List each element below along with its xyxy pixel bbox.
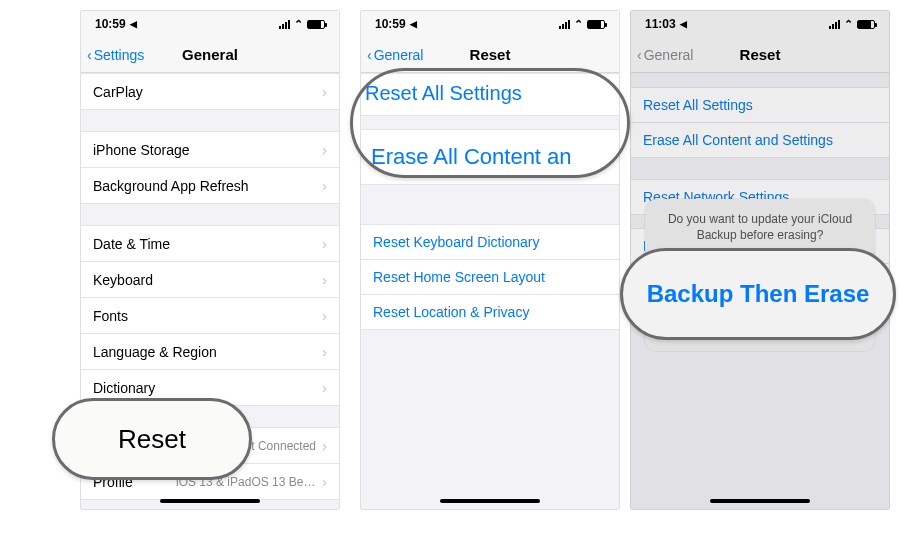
status-bar: 11:03 ◀ ⌃ bbox=[631, 11, 889, 37]
alert-backup-then-erase[interactable]: Backup Then Erase bbox=[645, 253, 875, 321]
row-date-time[interactable]: Date & Time › bbox=[81, 225, 339, 262]
nav-title: Reset bbox=[740, 46, 781, 63]
vpn-status: Not Connected bbox=[236, 439, 316, 453]
home-indicator[interactable] bbox=[440, 499, 540, 503]
chevron-right-icon: › bbox=[322, 83, 327, 100]
row-profile[interactable]: Profile iOS 13 & iPadOS 13 Beta Software… bbox=[81, 463, 339, 500]
battery-icon bbox=[857, 20, 875, 29]
chevron-right-icon: › bbox=[322, 473, 327, 490]
chevron-right-icon: › bbox=[322, 437, 327, 454]
chevron-right-icon: › bbox=[322, 307, 327, 324]
row-reset-location-privacy[interactable]: Reset Location & Privacy bbox=[361, 294, 619, 330]
chevron-right-icon: › bbox=[322, 235, 327, 252]
chevron-right-icon: › bbox=[322, 177, 327, 194]
row-dictionary[interactable]: Dictionary › bbox=[81, 369, 339, 406]
battery-icon bbox=[307, 20, 325, 29]
chevron-right-icon: › bbox=[322, 271, 327, 288]
battery-icon bbox=[587, 20, 605, 29]
status-bar: 10:59 ◀ ⌃ bbox=[81, 11, 339, 37]
signal-icon bbox=[279, 20, 290, 29]
back-label: General bbox=[374, 47, 424, 63]
chevron-left-icon: ‹ bbox=[637, 47, 642, 63]
status-time: 10:59 bbox=[375, 17, 406, 31]
nav-bar: ‹ Settings General bbox=[81, 37, 339, 73]
chevron-right-icon: › bbox=[322, 343, 327, 360]
alert-message: Do you want to update your iCloud Backup… bbox=[645, 199, 875, 253]
nav-title: Reset bbox=[470, 46, 511, 63]
location-icon: ◀ bbox=[410, 19, 417, 29]
wifi-icon: ⌃ bbox=[844, 18, 853, 31]
row-reset-all-settings[interactable]: Reset All Settings bbox=[361, 73, 619, 116]
row-vpn[interactable]: VPN Not Connected › bbox=[81, 427, 339, 464]
nav-bar: ‹ General Reset bbox=[631, 37, 889, 73]
row-keyboard[interactable]: Keyboard › bbox=[81, 261, 339, 298]
row-iphone-storage[interactable]: iPhone Storage › bbox=[81, 131, 339, 168]
signal-icon bbox=[559, 20, 570, 29]
status-time: 11:03 bbox=[645, 17, 676, 31]
wifi-icon: ⌃ bbox=[294, 18, 303, 31]
location-icon: ◀ bbox=[680, 19, 687, 29]
screen-reset-alert: 11:03 ◀ ⌃ ‹ General Reset Reset All Sett… bbox=[630, 10, 890, 510]
row-background-app-refresh[interactable]: Background App Refresh › bbox=[81, 167, 339, 204]
row-erase-all-content[interactable]: Erase All Content an bbox=[361, 129, 619, 185]
row-language-region[interactable]: Language & Region › bbox=[81, 333, 339, 370]
row-carplay[interactable]: CarPlay › bbox=[81, 73, 339, 110]
row-reset-home-screen-layout[interactable]: Reset Home Screen Layout bbox=[361, 259, 619, 295]
nav-bar: ‹ General Reset bbox=[361, 37, 619, 73]
status-bar: 10:59 ◀ ⌃ bbox=[361, 11, 619, 37]
back-label: Settings bbox=[94, 47, 145, 63]
back-button[interactable]: ‹ Settings bbox=[87, 47, 144, 63]
chevron-right-icon: › bbox=[322, 141, 327, 158]
back-button: ‹ General bbox=[637, 47, 693, 63]
chevron-left-icon: ‹ bbox=[367, 47, 372, 63]
chevron-right-icon: › bbox=[322, 379, 327, 396]
back-label: General bbox=[644, 47, 694, 63]
status-time: 10:59 bbox=[95, 17, 126, 31]
wifi-icon: ⌃ bbox=[574, 18, 583, 31]
row-erase-all-content: Erase All Content and Settings bbox=[631, 122, 889, 158]
home-indicator[interactable] bbox=[710, 499, 810, 503]
screen-reset: 10:59 ◀ ⌃ ‹ General Reset Reset All Sett… bbox=[360, 10, 620, 510]
action-sheet: Do you want to update your iCloud Backup… bbox=[645, 199, 875, 351]
row-reset-all-settings: Reset All Settings bbox=[631, 87, 889, 123]
alert-option-hidden[interactable] bbox=[645, 321, 875, 351]
screen-general: 10:59 ◀ ⌃ ‹ Settings General CarPlay › i… bbox=[80, 10, 340, 510]
back-button[interactable]: ‹ General bbox=[367, 47, 423, 63]
row-fonts[interactable]: Fonts › bbox=[81, 297, 339, 334]
chevron-left-icon: ‹ bbox=[87, 47, 92, 63]
row-reset-keyboard-dictionary[interactable]: Reset Keyboard Dictionary bbox=[361, 224, 619, 260]
home-indicator[interactable] bbox=[160, 499, 260, 503]
profile-detail: iOS 13 & iPadOS 13 Beta Software Pr… bbox=[176, 475, 316, 489]
nav-title: General bbox=[182, 46, 238, 63]
signal-icon bbox=[829, 20, 840, 29]
location-icon: ◀ bbox=[130, 19, 137, 29]
